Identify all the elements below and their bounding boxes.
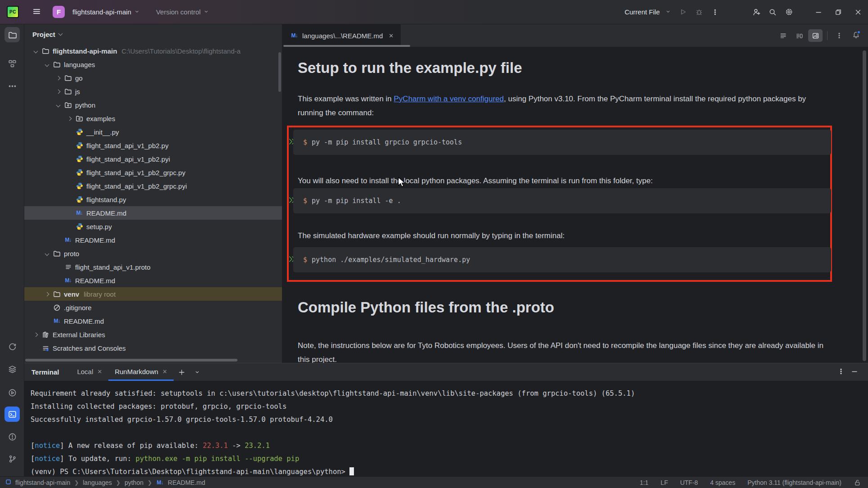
tree-expand-chevron[interactable] [45, 292, 49, 296]
terminal-tab-options-icon[interactable] [190, 363, 205, 381]
services-icon[interactable] [4, 385, 20, 400]
debug-icon[interactable] [691, 5, 707, 19]
tree-item-flight-stand-api-v1-pb2-py[interactable]: flight_stand_api_v1_pb2.py [24, 139, 282, 152]
editor-and-preview-icon[interactable] [792, 29, 806, 42]
project-folder-icon[interactable] [4, 27, 20, 42]
status-widget[interactable]: LF [661, 479, 668, 486]
editor-more-options-icon[interactable] [832, 29, 846, 42]
tree-item-flight-stand-api-v1-proto[interactable]: flight_stand_api_v1.proto [24, 260, 282, 274]
python-console-icon[interactable] [4, 339, 20, 354]
tree-item-readme-md[interactable]: M↓README.md [24, 314, 282, 328]
vcs-widget[interactable]: Version control [152, 5, 213, 18]
tree-item-venv[interactable]: venvlibrary root [24, 287, 282, 301]
tree-item-js[interactable]: js [24, 85, 282, 98]
notifications-bell-icon[interactable] [848, 29, 864, 42]
breadcrumb[interactable]: README.md [168, 479, 205, 486]
tree-item-setup-py[interactable]: setup.py [24, 220, 282, 233]
tree-item--init-py[interactable]: __init__.py [24, 125, 282, 139]
terminal-more-options-icon[interactable] [837, 368, 845, 377]
tree-item-flightstand-py[interactable]: flightstand.py [24, 193, 282, 206]
terminal-title: Terminal [31, 363, 59, 381]
tab-close-icon[interactable]: ✕ [162, 368, 167, 375]
tree-item-go[interactable]: go [24, 71, 282, 85]
breadcrumb[interactable]: flightstand-api-main [15, 479, 70, 486]
tree-item-hint: library root [84, 290, 116, 298]
breadcrumb[interactable]: languages [83, 479, 112, 486]
tree-item-examples[interactable]: examples [24, 112, 282, 125]
terminal-line: [notice] To update, run: python.exe -m p… [31, 452, 868, 465]
tree-expand-chevron[interactable] [56, 103, 61, 107]
tree-item-label: README.md [75, 236, 115, 244]
problems-icon[interactable] [4, 429, 20, 444]
status-widget[interactable]: Python 3.11 (flightstand-api-main) [747, 479, 841, 486]
tree-item-flightstand-api-main[interactable]: flightstand-api-mainC:\Users\Tutorials\D… [24, 44, 282, 58]
window-minimize-button[interactable] [809, 4, 828, 20]
tree-item-readme-md[interactable]: M↓README.md [24, 274, 282, 287]
tree-expand-chevron[interactable] [67, 116, 72, 121]
terminal-icon[interactable] [4, 407, 20, 422]
tree-item-flight-stand-api-v1-pb2-grpc-pyi[interactable]: flight_stand_api_v1_pb2_grpc.pyi [24, 179, 282, 193]
tree-expand-chevron[interactable] [34, 332, 38, 337]
editor-vertical-scrollbar[interactable] [863, 50, 866, 361]
preview-only-icon[interactable] [808, 29, 823, 42]
python-packages-icon[interactable] [4, 361, 20, 377]
terminal-line [31, 426, 868, 439]
run-configuration-selector[interactable]: Current File [621, 5, 675, 18]
tree-item--gitignore[interactable]: .gitignore [24, 301, 282, 314]
more-actions-icon[interactable] [707, 5, 723, 19]
tree-item-external-libraries[interactable]: External Libraries [24, 328, 282, 341]
editor-tab-readme[interactable]: M↓ languages\...\README.md ✕ [282, 24, 401, 47]
project-selector[interactable]: flightstand-api-main [65, 5, 143, 18]
tree-item-scratches-and-consoles[interactable]: Scratches and Consoles [24, 341, 282, 355]
lock-open-icon[interactable] [854, 479, 861, 486]
md-paragraph-local-packages: You will also need to install the local … [298, 174, 828, 188]
status-widget[interactable]: 4 spaces [710, 479, 735, 486]
pycharm-venv-link[interactable]: PyCharm with a venv configured [394, 95, 504, 103]
terminal-tab-runmarkdown[interactable]: RunMarkdown✕ [108, 363, 174, 381]
tree-expand-chevron[interactable] [56, 76, 61, 80]
more-tools-icon[interactable] [4, 78, 20, 94]
new-terminal-tab-icon[interactable] [174, 363, 190, 381]
vcs-label: Version control [156, 8, 201, 16]
window-restore-button[interactable] [828, 4, 848, 20]
tree-item-python[interactable]: python [24, 98, 282, 112]
terminal-tab-local[interactable]: Local✕ [71, 363, 108, 381]
code-block-pip-install-e: $ py -m pip install -e . [293, 188, 831, 213]
gitignore-icon [53, 304, 61, 312]
terminal-output[interactable]: Requirement already satisfied: setuptool… [24, 381, 868, 479]
breadcrumb[interactable]: python [125, 479, 143, 486]
tab-close-icon[interactable]: ✕ [97, 368, 102, 375]
mouse-cursor [397, 176, 407, 188]
structure-icon[interactable] [4, 56, 20, 71]
code-with-me-icon[interactable] [748, 5, 765, 19]
tree-item-readme-md[interactable]: M↓README.md [24, 206, 282, 220]
main-menu-icon[interactable] [29, 5, 45, 20]
search-everywhere-icon[interactable] [765, 5, 781, 19]
tree-item-languages[interactable]: languages [24, 58, 282, 71]
tree-expand-chevron[interactable] [34, 49, 38, 53]
tree-expand-chevron[interactable] [45, 62, 49, 67]
status-widget[interactable]: 1:1 [640, 479, 648, 486]
settings-gear-icon[interactable] [781, 5, 797, 19]
tree-item-readme-md[interactable]: M↓README.md [24, 233, 282, 247]
tree-item-proto[interactable]: proto [24, 247, 282, 260]
editor-only-icon[interactable] [776, 29, 790, 42]
tree-expand-chevron[interactable] [45, 251, 49, 256]
notification-dot [857, 30, 861, 34]
tree-item-flight-stand-api-v1-pb2-pyi[interactable]: flight_stand_api_v1_pb2.pyi [24, 152, 282, 166]
version-control-branch-icon[interactable] [4, 451, 20, 466]
tree-expand-chevron[interactable] [56, 89, 61, 94]
md-paragraph-intro: This example was written in PyCharm with… [298, 92, 828, 120]
folder-src-icon [64, 101, 72, 109]
project-vertical-scrollbar[interactable] [278, 52, 281, 92]
tab-close-icon[interactable]: ✕ [389, 32, 394, 39]
tree-item-label: README.md [64, 317, 104, 325]
project-panel-header[interactable]: Project [24, 24, 282, 44]
terminal-hide-icon[interactable] [851, 368, 858, 377]
status-widget[interactable]: UTF-8 [680, 479, 698, 486]
markdown-icon: M↓ [64, 236, 72, 244]
tree-item-flight-stand-api-v1-pb2-grpc-py[interactable]: flight_stand_api_v1_pb2_grpc.py [24, 166, 282, 179]
run-icon[interactable] [675, 5, 691, 19]
window-close-button[interactable] [848, 4, 868, 20]
project-horizontal-scrollbar[interactable] [25, 359, 237, 361]
